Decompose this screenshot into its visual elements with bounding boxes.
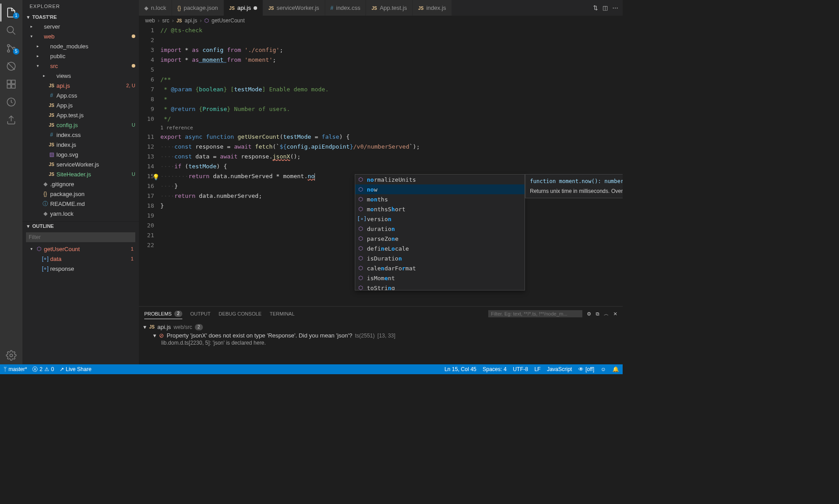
problem-file-row[interactable]: ▾ JS api.js web/src 2 [143, 323, 618, 331]
status-encoding[interactable]: UTF-8 [513, 366, 528, 372]
status-cursor[interactable]: Ln 15, Col 45 [444, 366, 476, 372]
file-row[interactable]: JSconfig.jsU [22, 120, 139, 130]
filter-settings-icon[interactable]: ⚙ [587, 311, 591, 317]
svg-point-3 [8, 50, 10, 52]
file-row[interactable]: ◆yarn.lock [22, 209, 139, 218]
status-feedback-icon[interactable]: ☺ [601, 366, 606, 372]
status-eol[interactable]: LF [534, 366, 541, 372]
file-row[interactable]: JSapi.js2, U [22, 81, 139, 90]
outline-item[interactable]: [∘]response [22, 264, 139, 273]
activity-settings[interactable] [0, 346, 22, 364]
activity-explorer[interactable]: 1 [0, 4, 22, 21]
file-row[interactable]: JSserviceWorker.js [22, 159, 139, 169]
folder-row[interactable]: ▸public [22, 51, 139, 61]
status-language[interactable]: JavaScript [547, 366, 572, 372]
svg-rect-10 [12, 80, 15, 84]
status-branch[interactable]: ᛘ master* [4, 366, 27, 372]
activity-scm[interactable]: 5 [0, 39, 22, 57]
suggest-widget[interactable]: ⬡normalizeUnits⬡now⬡months⬡monthsShort[∘… [355, 174, 525, 290]
sidebar: EXPLORER ▼ TOAST'RE ▸server▾web▸node_mod… [22, 0, 139, 364]
chevron-down-icon: ▾ [153, 332, 156, 339]
section-header-outline[interactable]: ▼ OUTLINE [22, 222, 139, 231]
scm-badge: 5 [13, 48, 19, 55]
file-row[interactable]: ▧logo.svg [22, 149, 139, 159]
activity-bar: 1 5 [0, 0, 22, 364]
suggest-item[interactable]: ⬡isDuration [355, 253, 525, 263]
suggest-item[interactable]: ⬡toString [355, 283, 525, 290]
file-row[interactable]: JSApp.test.js [22, 110, 139, 120]
folder-row[interactable]: ▸server [22, 21, 139, 31]
close-panel-icon[interactable]: ✕ [613, 311, 617, 317]
tab[interactable]: JSserviceWorker.js [263, 0, 325, 16]
breadcrumbs[interactable]: web›src›JSapi.js›⬡getUserCount [139, 16, 623, 26]
statusbar: ᛘ master* ⓧ 2 ⚠ 0 ↗ Live Share Ln 15, Co… [0, 364, 623, 374]
activity-timeline[interactable] [0, 93, 22, 111]
file-row[interactable]: JSApp.js [22, 100, 139, 110]
suggest-item[interactable]: ⬡months [355, 194, 525, 204]
activity-share[interactable] [0, 111, 22, 129]
status-tsserver[interactable]: 👁 [off] [578, 366, 594, 372]
suggest-item[interactable]: ⬡now [355, 184, 525, 194]
file-row[interactable]: {}package.json [22, 189, 139, 199]
file-row[interactable]: #index.css [22, 130, 139, 140]
tab[interactable]: ◆n.lock [139, 0, 172, 16]
chevron-down-icon: ▼ [26, 15, 30, 20]
suggest-signature: function moment.now(): number [530, 178, 623, 184]
collapse-icon[interactable]: ⧉ [596, 311, 599, 317]
panel-tab[interactable]: DEBUG CONSOLE [219, 311, 262, 316]
panel-tab[interactable]: OUTPUT [190, 311, 211, 316]
status-indent[interactable]: Spaces: 4 [483, 366, 507, 372]
suggest-item[interactable]: ⬡isMoment [355, 273, 525, 283]
file-row[interactable]: JSSiteHeader.jsU [22, 169, 139, 179]
suggest-item[interactable]: ⬡defineLocale [355, 243, 525, 253]
panel-tab[interactable]: TERMINAL [270, 311, 295, 316]
gutter: 12345678910111213141516171819202122 [139, 26, 160, 306]
folder-row[interactable]: ▾src [22, 61, 139, 71]
status-problems[interactable]: ⓧ 2 ⚠ 0 [32, 366, 54, 373]
compare-icon[interactable]: ⇅ [593, 4, 598, 11]
section-header-project[interactable]: ▼ TOAST'RE [22, 13, 139, 21]
outline-item[interactable]: ▾⬡getUserCount1 [22, 244, 139, 254]
more-icon[interactable]: ⋯ [612, 4, 618, 11]
problems-filter-input[interactable] [488, 310, 582, 317]
tab[interactable]: JSapi.js [224, 0, 263, 16]
suggest-item[interactable]: ⬡parseZone [355, 234, 525, 243]
svg-rect-8 [7, 85, 11, 88]
folder-row[interactable]: ▾web [22, 31, 139, 41]
status-bell-icon[interactable]: 🔔 [612, 366, 619, 372]
file-row[interactable]: ⓘREADME.md [22, 199, 139, 209]
sidebar-title: EXPLORER [22, 0, 139, 13]
folder-row[interactable]: ▸views [22, 71, 139, 81]
activity-extensions[interactable] [0, 75, 22, 93]
problem-related[interactable]: lib.dom.d.ts[2230, 5]: 'json' is declare… [143, 340, 618, 346]
suggest-item[interactable]: ⬡duration [355, 224, 525, 234]
outline-item[interactable]: [∘]data1 [22, 254, 139, 264]
file-row[interactable]: #App.css [22, 90, 139, 100]
js-icon: JS [149, 325, 155, 329]
activity-debug[interactable] [0, 57, 22, 75]
file-row[interactable]: JSindex.js [22, 140, 139, 149]
svg-rect-9 [12, 85, 15, 88]
suggest-item[interactable]: [∘]version [355, 214, 525, 224]
suggest-item[interactable]: ⬡calendarFormat [355, 263, 525, 273]
suggest-description: Returns unix time in milliseconds. Overw… [530, 188, 623, 194]
outline-filter-input[interactable] [26, 232, 135, 242]
tab[interactable]: #index.css [325, 0, 366, 16]
suggest-item[interactable]: ⬡monthsShort [355, 204, 525, 214]
panel: PROBLEMS2OUTPUTDEBUG CONSOLETERMINAL ⚙ ⧉… [139, 306, 623, 364]
file-row[interactable]: ◆.gitignore [22, 179, 139, 189]
activity-search[interactable] [0, 21, 22, 39]
error-icon: ⊘ [159, 332, 164, 339]
tab[interactable]: {}package.json [172, 0, 224, 16]
suggest-item[interactable]: ⬡normalizeUnits [355, 175, 525, 184]
panel-tab[interactable]: PROBLEMS2 [144, 311, 182, 319]
folder-row[interactable]: ▸node_modules [22, 41, 139, 51]
problem-item[interactable]: ▾ ⊘ Property 'jsonX' does not exist on t… [143, 331, 618, 340]
chevron-up-icon[interactable]: ︿ [604, 311, 609, 317]
status-liveshare[interactable]: ↗ Live Share [60, 366, 91, 372]
tab[interactable]: JSindex.js [413, 0, 452, 16]
panel-tabs: PROBLEMS2OUTPUTDEBUG CONSOLETERMINAL ⚙ ⧉… [139, 307, 623, 321]
split-editor-icon[interactable]: ◫ [602, 4, 608, 11]
tab[interactable]: JSApp.test.js [366, 0, 413, 16]
code-area[interactable]: 12345678910111213141516171819202122 // @… [139, 26, 623, 306]
